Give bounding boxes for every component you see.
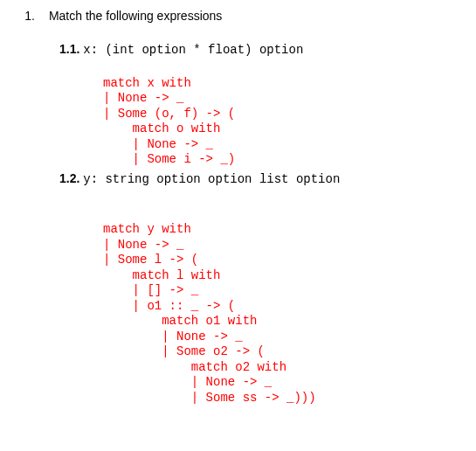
question-heading: 1. Match the following expressions <box>9 9 467 23</box>
declaration-type: (int option * float) option <box>98 43 303 57</box>
declaration-type: string option option list option <box>98 172 340 186</box>
question-title: Match the following expressions <box>49 9 222 23</box>
subpart-1-2: 1.2. y: string option option list option <box>59 171 467 188</box>
code-block-1-2: match y with | None -> _ | Some l -> ( m… <box>103 222 467 406</box>
document-page: 1. Match the following expressions 1.1. … <box>0 0 476 418</box>
subpart-1-1: 1.1. x: (int option * float) option <box>59 42 467 59</box>
declaration-var: y: <box>83 172 98 186</box>
subpart-label: 1.2. <box>59 171 79 185</box>
code-block-1-1: match x with | None -> _ | Some (o, f) -… <box>103 76 467 168</box>
declaration-var: x: <box>83 43 98 57</box>
subpart-label: 1.1. <box>59 42 79 56</box>
question-number: 1. <box>9 9 45 23</box>
